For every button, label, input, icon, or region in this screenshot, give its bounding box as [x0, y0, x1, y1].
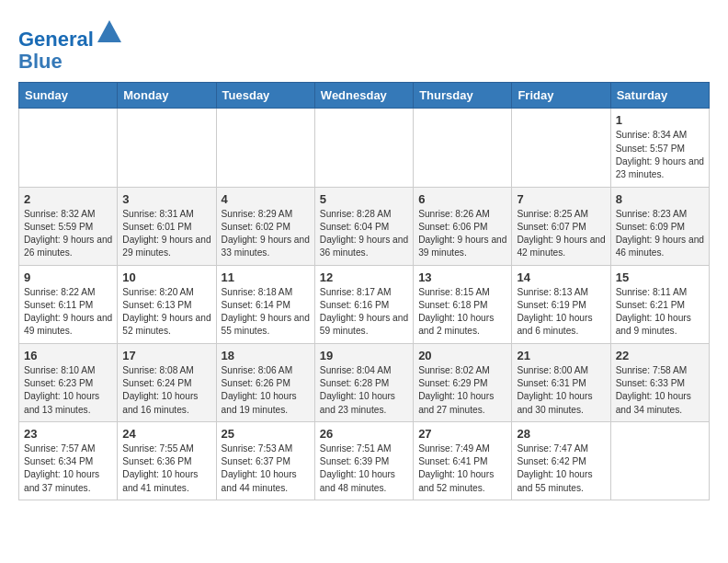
day-number: 27 [418, 427, 506, 441]
day-cell: 28Sunrise: 7:47 AM Sunset: 6:42 PM Dayli… [512, 421, 610, 500]
col-header-monday: Monday [118, 83, 216, 109]
day-cell: 26Sunrise: 7:51 AM Sunset: 6:39 PM Dayli… [314, 421, 413, 500]
day-number: 23 [24, 427, 112, 441]
day-cell: 20Sunrise: 8:02 AM Sunset: 6:29 PM Dayli… [414, 343, 512, 421]
day-info: Sunrise: 8:10 AM Sunset: 6:23 PM Dayligh… [24, 364, 112, 417]
day-number: 7 [517, 192, 605, 206]
day-info: Sunrise: 8:13 AM Sunset: 6:19 PM Dayligh… [517, 286, 605, 339]
week-row-2: 2Sunrise: 8:32 AM Sunset: 5:59 PM Daylig… [19, 187, 710, 265]
day-cell: 19Sunrise: 8:04 AM Sunset: 6:28 PM Dayli… [314, 343, 413, 421]
col-header-sunday: Sunday [19, 83, 118, 109]
day-number: 2 [24, 192, 112, 206]
day-cell: 18Sunrise: 8:06 AM Sunset: 6:26 PM Dayli… [216, 343, 314, 421]
week-row-1: 1Sunrise: 8:34 AM Sunset: 5:57 PM Daylig… [19, 109, 710, 187]
day-info: Sunrise: 8:18 AM Sunset: 6:14 PM Dayligh… [222, 286, 310, 339]
day-info: Sunrise: 7:55 AM Sunset: 6:36 PM Dayligh… [122, 442, 210, 495]
day-number: 19 [320, 349, 408, 362]
day-info: Sunrise: 8:17 AM Sunset: 6:16 PM Dayligh… [320, 286, 408, 339]
day-cell: 25Sunrise: 7:53 AM Sunset: 6:37 PM Dayli… [216, 421, 314, 500]
day-cell [314, 109, 413, 187]
day-number: 14 [517, 270, 605, 284]
col-header-friday: Friday [512, 83, 610, 109]
day-number: 21 [517, 349, 605, 362]
day-cell: 22Sunrise: 7:58 AM Sunset: 6:33 PM Dayli… [610, 343, 709, 421]
day-cell [19, 109, 118, 187]
day-cell: 7Sunrise: 8:25 AM Sunset: 6:07 PM Daylig… [512, 187, 610, 265]
day-number: 11 [222, 270, 310, 284]
day-cell [610, 421, 709, 500]
day-cell: 9Sunrise: 8:22 AM Sunset: 6:11 PM Daylig… [19, 265, 118, 343]
week-row-3: 9Sunrise: 8:22 AM Sunset: 6:11 PM Daylig… [19, 265, 710, 343]
week-row-5: 23Sunrise: 7:57 AM Sunset: 6:34 PM Dayli… [19, 421, 710, 500]
day-number: 18 [222, 349, 310, 362]
day-info: Sunrise: 8:34 AM Sunset: 5:57 PM Dayligh… [616, 129, 704, 181]
day-number: 20 [418, 349, 506, 362]
week-row-4: 16Sunrise: 8:10 AM Sunset: 6:23 PM Dayli… [19, 343, 710, 421]
day-number: 25 [222, 427, 310, 441]
day-number: 16 [24, 349, 112, 362]
day-cell: 2Sunrise: 8:32 AM Sunset: 5:59 PM Daylig… [19, 187, 118, 265]
day-cell: 12Sunrise: 8:17 AM Sunset: 6:16 PM Dayli… [314, 265, 413, 343]
day-info: Sunrise: 8:00 AM Sunset: 6:31 PM Dayligh… [517, 364, 605, 417]
day-number: 17 [122, 349, 210, 362]
logo-general: General [18, 28, 94, 51]
day-cell: 11Sunrise: 8:18 AM Sunset: 6:14 PM Dayli… [216, 265, 314, 343]
day-info: Sunrise: 8:02 AM Sunset: 6:29 PM Dayligh… [418, 364, 506, 417]
calendar-header-row: SundayMondayTuesdayWednesdayThursdayFrid… [19, 83, 710, 109]
day-cell: 13Sunrise: 8:15 AM Sunset: 6:18 PM Dayli… [414, 265, 512, 343]
day-cell: 1Sunrise: 8:34 AM Sunset: 5:57 PM Daylig… [610, 109, 709, 187]
day-number: 10 [122, 270, 210, 284]
day-number: 13 [418, 270, 506, 284]
day-info: Sunrise: 7:49 AM Sunset: 6:41 PM Dayligh… [418, 442, 506, 495]
day-cell: 17Sunrise: 8:08 AM Sunset: 6:24 PM Dayli… [118, 343, 216, 421]
day-cell [216, 109, 314, 187]
day-info: Sunrise: 8:23 AM Sunset: 6:09 PM Dayligh… [616, 208, 704, 260]
day-cell: 14Sunrise: 8:13 AM Sunset: 6:19 PM Dayli… [512, 265, 610, 343]
day-cell [414, 109, 512, 187]
day-info: Sunrise: 8:06 AM Sunset: 6:26 PM Dayligh… [222, 364, 310, 417]
col-header-tuesday: Tuesday [216, 83, 314, 109]
day-number: 26 [320, 427, 408, 441]
day-info: Sunrise: 8:25 AM Sunset: 6:07 PM Dayligh… [517, 208, 605, 260]
day-number: 6 [418, 192, 506, 206]
day-number: 5 [320, 192, 408, 206]
day-info: Sunrise: 8:22 AM Sunset: 6:11 PM Dayligh… [24, 286, 112, 339]
day-number: 24 [122, 427, 210, 441]
day-info: Sunrise: 8:28 AM Sunset: 6:04 PM Dayligh… [320, 208, 408, 260]
day-cell: 15Sunrise: 8:11 AM Sunset: 6:21 PM Dayli… [610, 265, 709, 343]
day-info: Sunrise: 7:47 AM Sunset: 6:42 PM Dayligh… [517, 442, 605, 495]
day-info: Sunrise: 8:11 AM Sunset: 6:21 PM Dayligh… [616, 286, 704, 339]
logo-blue: Blue [18, 50, 63, 73]
day-number: 8 [616, 192, 704, 206]
day-number: 1 [616, 113, 704, 127]
day-number: 15 [616, 270, 704, 284]
day-info: Sunrise: 8:20 AM Sunset: 6:13 PM Dayligh… [122, 286, 210, 339]
col-header-saturday: Saturday [610, 83, 709, 109]
day-cell [512, 109, 610, 187]
day-cell: 21Sunrise: 8:00 AM Sunset: 6:31 PM Dayli… [512, 343, 610, 421]
svg-marker-0 [97, 20, 121, 42]
day-info: Sunrise: 8:26 AM Sunset: 6:06 PM Dayligh… [418, 208, 506, 260]
day-number: 4 [222, 192, 310, 206]
day-info: Sunrise: 8:08 AM Sunset: 6:24 PM Dayligh… [122, 364, 210, 417]
day-info: Sunrise: 8:29 AM Sunset: 6:02 PM Dayligh… [222, 208, 310, 260]
logo-icon [96, 18, 123, 46]
calendar-table: SundayMondayTuesdayWednesdayThursdayFrid… [18, 82, 710, 500]
day-number: 28 [517, 427, 605, 441]
day-cell: 6Sunrise: 8:26 AM Sunset: 6:06 PM Daylig… [414, 187, 512, 265]
col-header-thursday: Thursday [414, 83, 512, 109]
day-cell: 16Sunrise: 8:10 AM Sunset: 6:23 PM Dayli… [19, 343, 118, 421]
day-info: Sunrise: 7:58 AM Sunset: 6:33 PM Dayligh… [616, 364, 704, 417]
day-info: Sunrise: 8:32 AM Sunset: 5:59 PM Dayligh… [24, 208, 112, 260]
day-number: 12 [320, 270, 408, 284]
day-cell: 23Sunrise: 7:57 AM Sunset: 6:34 PM Dayli… [19, 421, 118, 500]
day-cell: 4Sunrise: 8:29 AM Sunset: 6:02 PM Daylig… [216, 187, 314, 265]
day-info: Sunrise: 8:04 AM Sunset: 6:28 PM Dayligh… [320, 364, 408, 417]
page-header: General Blue [18, 18, 710, 73]
day-cell: 24Sunrise: 7:55 AM Sunset: 6:36 PM Dayli… [118, 421, 216, 500]
day-cell [118, 109, 216, 187]
day-cell: 10Sunrise: 8:20 AM Sunset: 6:13 PM Dayli… [118, 265, 216, 343]
day-cell: 5Sunrise: 8:28 AM Sunset: 6:04 PM Daylig… [314, 187, 413, 265]
day-number: 22 [616, 349, 704, 362]
day-info: Sunrise: 8:15 AM Sunset: 6:18 PM Dayligh… [418, 286, 506, 339]
